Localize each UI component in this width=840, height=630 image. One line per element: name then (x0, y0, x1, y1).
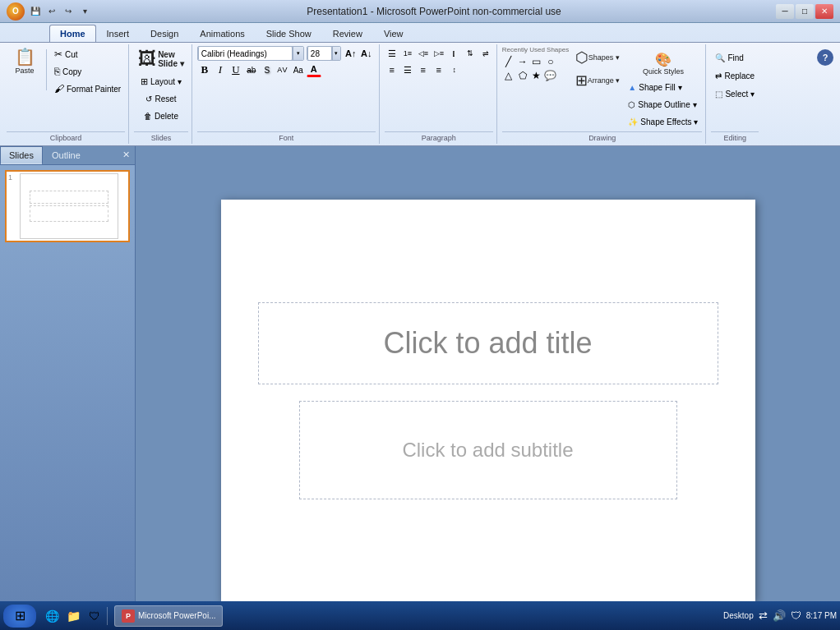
clipboard-label: Clipboard (7, 131, 125, 144)
shape-outline-icon: ⬡ (628, 100, 635, 109)
shape-effects-dropdown-icon: ▾ (694, 117, 698, 126)
reset-button[interactable]: ↺ Reset (141, 90, 180, 107)
security-tray-icon[interactable]: 🛡 (791, 609, 801, 622)
strikethrough-button[interactable]: ab (244, 62, 259, 77)
align-right-button[interactable]: ≡ (416, 62, 431, 77)
office-logo-icon[interactable]: O (7, 2, 25, 21)
outline-tab[interactable]: Outline (43, 146, 90, 164)
maximize-button[interactable]: □ (796, 4, 814, 19)
taskbar-powerpoint[interactable]: P Microsoft PowerPoi... (114, 605, 223, 627)
font-color-button[interactable]: A (307, 62, 321, 77)
shape-arrow[interactable]: → (516, 55, 529, 68)
change-case-button[interactable]: Aa (291, 62, 306, 77)
tab-slideshow[interactable]: Slide Show (256, 25, 322, 42)
slide-thumbnail-1[interactable]: 1 (5, 170, 130, 242)
tab-animations[interactable]: Animations (189, 25, 255, 42)
shape-callout[interactable]: 💬 (544, 69, 557, 82)
volume-icon[interactable]: 🔊 (773, 609, 786, 622)
shape-line[interactable]: ╱ (502, 55, 515, 68)
shape-effects-button[interactable]: ✨ Shape Effects ▾ (624, 113, 702, 130)
layout-button[interactable]: ⊞ Layout ▾ (136, 73, 186, 90)
windows-security-icon[interactable]: 🛡 (85, 607, 104, 625)
subtitle-placeholder[interactable]: Click to add subtitle (299, 401, 677, 499)
taskbar-app-label: Microsoft PowerPoi... (138, 611, 215, 620)
align-left-button[interactable]: ≡ (385, 62, 399, 77)
format-painter-icon: 🖌 (54, 83, 64, 94)
slides-tab[interactable]: Slides (0, 146, 43, 164)
decrease-indent-button[interactable]: ◁≡ (416, 46, 431, 61)
text-direction-button[interactable]: ⇅ (463, 46, 478, 61)
tab-insert[interactable]: Insert (96, 25, 141, 42)
main-area: Slides Outline ✕ 1 Click to add title (0, 146, 840, 630)
slide-area: Click to add title Click to add subtitle (136, 146, 840, 630)
format-painter-button[interactable]: 🖌 Format Painter (50, 80, 125, 97)
tab-view[interactable]: View (373, 25, 414, 42)
numbering-button[interactable]: 1≡ (400, 46, 415, 61)
find-button[interactable]: 🔍 Find (711, 49, 747, 66)
font-selects: ▾ ▾ A↑ A↓ (197, 46, 374, 61)
font-size-dropdown[interactable]: ▾ (332, 47, 340, 60)
new-slide-button[interactable]: 🖼 New Slide ▾ (134, 46, 188, 72)
new-slide-icon: 🖼 (138, 48, 156, 70)
char-spacing-button[interactable]: AV (275, 62, 290, 77)
clock-time: 8:17 PM (806, 610, 837, 621)
paragraph-group: ☰ 1≡ ◁≡ ▷≡ ⫿ ⇅ ⇌ ≡ ☰ ≡ ≡ ↕ Paragraph (381, 44, 497, 144)
tab-home[interactable]: Home (49, 25, 96, 42)
slides-panel-close[interactable]: ✕ (118, 146, 135, 164)
increase-indent-button[interactable]: ▷≡ (432, 46, 446, 61)
text-shadow-button[interactable]: S (260, 62, 275, 77)
minimize-button[interactable]: ─ (776, 4, 794, 19)
folder-icon[interactable]: 📁 (64, 607, 82, 625)
convert-to-smartart-button[interactable]: ⇌ (478, 46, 493, 61)
decrease-font-button[interactable]: A↓ (359, 46, 374, 61)
underline-button[interactable]: U (228, 62, 243, 77)
shape-triangle[interactable]: △ (502, 69, 515, 82)
layout-icon: ⊞ (141, 76, 148, 87)
network-icon[interactable]: ⇄ (759, 609, 768, 622)
copy-button[interactable]: ⎘ Copy (50, 63, 125, 80)
shapes-button[interactable]: ⬡ Shapes ▾ (573, 46, 623, 69)
quick-access-dropdown[interactable]: ▾ (77, 4, 92, 19)
justify-button[interactable]: ≡ (432, 62, 446, 77)
font-size-input[interactable] (307, 46, 332, 61)
tab-review[interactable]: Review (322, 25, 373, 42)
bold-button[interactable]: B (197, 62, 212, 77)
replace-button[interactable]: ⇄ Replace (711, 67, 759, 84)
close-button[interactable]: ✕ (815, 4, 833, 19)
shape-outline-button[interactable]: ⬡ Shape Outline ▾ (624, 96, 702, 113)
increase-font-button[interactable]: A↑ (344, 46, 358, 61)
font-name-input[interactable] (198, 46, 293, 61)
quick-styles-button[interactable]: 🎨 Quick Styles (624, 49, 702, 78)
undo-button[interactable]: ↩ (44, 4, 59, 19)
shape-pentagon[interactable]: ⬠ (516, 69, 529, 82)
columns-button[interactable]: ⫿ (447, 46, 462, 61)
help-icon[interactable]: ? (817, 49, 833, 66)
title-placeholder[interactable]: Click to add title (258, 302, 718, 384)
italic-button[interactable]: I (213, 62, 228, 77)
font-name-dropdown[interactable]: ▾ (293, 47, 303, 60)
slides-tabs: Slides Outline ✕ (0, 146, 135, 165)
line-spacing-button[interactable]: ↕ (447, 62, 462, 77)
arrange-button[interactable]: ⊞ Arrange ▾ (573, 69, 623, 92)
shape-fill-label: Shape Fill (639, 83, 675, 92)
select-button[interactable]: ⬚ Select ▾ (711, 85, 759, 102)
reset-icon: ↺ (145, 94, 152, 103)
paste-button[interactable]: 📋 Paste (7, 46, 43, 77)
ie-icon[interactable]: 🌐 (43, 607, 61, 625)
system-clock[interactable]: 8:17 PM (806, 610, 837, 621)
redo-button[interactable]: ↪ (61, 4, 76, 19)
save-button[interactable]: 💾 (28, 4, 43, 19)
shape-rect[interactable]: ▭ (530, 55, 543, 68)
start-button[interactable]: ⊞ (3, 605, 36, 628)
taskbar: ⊞ 🌐 📁 🛡 P Microsoft PowerPoi... Desktop … (0, 601, 840, 630)
font-name-combo[interactable]: ▾ (197, 46, 304, 61)
align-center-button[interactable]: ☰ (400, 62, 415, 77)
shape-fill-button[interactable]: ▲ Shape Fill ▾ (624, 79, 702, 95)
delete-button[interactable]: 🗑 Delete (140, 108, 182, 124)
font-size-combo[interactable]: ▾ (307, 46, 341, 61)
cut-button[interactable]: ✂ Cut (50, 46, 125, 62)
tab-design[interactable]: Design (140, 25, 189, 42)
bullets-button[interactable]: ☰ (385, 46, 399, 61)
shape-oval[interactable]: ○ (544, 55, 557, 68)
shape-star[interactable]: ★ (530, 69, 543, 82)
